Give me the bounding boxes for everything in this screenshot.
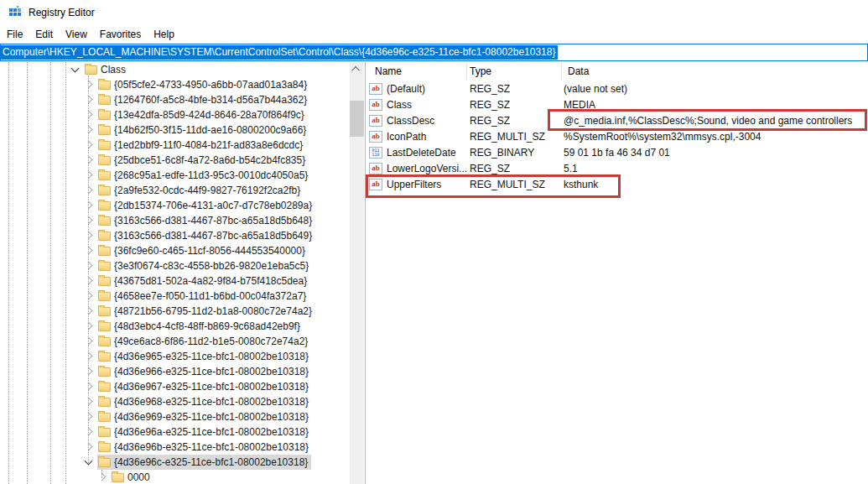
- chevron-collapsed-icon[interactable]: [98, 473, 107, 481]
- tree-item[interactable]: {4d36e966-e325-11ce-bfc1-08002be10318}: [0, 364, 365, 379]
- chevron-collapsed-icon[interactable]: [85, 398, 93, 406]
- tree-item[interactable]: {268c95a1-edfe-11d3-95c3-0010dc4050a5}: [0, 168, 365, 183]
- scrollbar-thumb[interactable]: [350, 101, 364, 137]
- tree-item[interactable]: {49ce6ac8-6f86-11d2-b1e5-0080c72e74a2}: [0, 334, 365, 349]
- value-row[interactable]: ab(Default)REG_SZ(value not set): [367, 81, 868, 96]
- menu-edit[interactable]: Edit: [35, 27, 59, 42]
- tree-item-label-group[interactable]: {4d36e966-e325-11ce-bfc1-08002be10318}: [97, 364, 312, 379]
- chevron-collapsed-icon[interactable]: [85, 292, 93, 300]
- tree-item[interactable]: {4d36e96c-e325-11ce-bfc1-08002be10318}: [0, 455, 365, 470]
- tree-item[interactable]: {3e3f0674-c83c-4558-bb26-9820e1eba5c5}: [0, 258, 365, 273]
- tree-item-label-group[interactable]: {25dbce51-6c8f-4a72-8a6d-b54c2b4fc835}: [97, 153, 309, 168]
- value-row[interactable]: 011110LastDeleteDateREG_BINARY59 01 1b f…: [367, 144, 868, 160]
- tree-scrollbar[interactable]: [350, 62, 364, 484]
- chevron-collapsed-icon[interactable]: [85, 262, 93, 270]
- chevron-collapsed-icon[interactable]: [85, 352, 93, 361]
- chevron-collapsed-icon[interactable]: [85, 428, 93, 436]
- tree-item-label-group[interactable]: {3163c566-d381-4467-87bc-a65a18d5b648}: [97, 213, 315, 228]
- chevron-collapsed-icon[interactable]: [85, 337, 93, 346]
- chevron-collapsed-icon[interactable]: [85, 383, 93, 391]
- tree-item[interactable]: {2db15374-706e-4131-a0c7-d7c78eb0289a}: [0, 198, 365, 213]
- chevron-collapsed-icon[interactable]: [85, 186, 93, 195]
- value-name-cell[interactable]: abClass: [367, 99, 467, 111]
- menu-favorites[interactable]: Favorites: [100, 27, 147, 42]
- address-bar[interactable]: Computer\HKEY_LOCAL_MACHINE\SYSTEM\Curre…: [0, 44, 868, 61]
- tree-item[interactable]: {43675d81-502a-4a82-9f84-b75f418c5dea}: [0, 273, 365, 289]
- chevron-collapsed-icon[interactable]: [85, 443, 93, 451]
- tree-item-label-group[interactable]: 0000: [111, 470, 153, 484]
- tree-item-label-group[interactable]: {2db15374-706e-4131-a0c7-d7c78eb0289a}: [97, 198, 315, 213]
- tree-item[interactable]: {48721b56-6795-11d2-b1a8-0080c72e74a2}: [0, 304, 365, 319]
- tree-item-label-group[interactable]: {4d36e969-e325-11ce-bfc1-08002be10318}: [97, 409, 312, 424]
- tree-item[interactable]: {4d36e96a-e325-11ce-bfc1-08002be10318}: [0, 424, 365, 440]
- tree-item[interactable]: {2a9fe532-0cdc-44f9-9827-76192f2ca2fb}: [0, 183, 365, 198]
- tree-item[interactable]: {4d36e968-e325-11ce-bfc1-08002be10318}: [0, 394, 365, 409]
- tree-item[interactable]: {25dbce51-6c8f-4a72-8a6d-b54c2b4fc835}: [0, 153, 365, 168]
- column-header-type[interactable]: Type: [467, 62, 562, 81]
- tree-item[interactable]: {4d36e967-e325-11ce-bfc1-08002be10318}: [0, 379, 365, 394]
- tree-item-label-group[interactable]: {48721b56-6795-11d2-b1a8-0080c72e74a2}: [97, 304, 315, 319]
- value-name-cell[interactable]: abIconPath: [367, 131, 467, 143]
- chevron-collapsed-icon[interactable]: [85, 247, 93, 255]
- tree-item[interactable]: {05f5cfe2-4733-4950-a6bb-07aad01a3a84}: [0, 77, 365, 92]
- tree-item-label-group[interactable]: {4658ee7e-f050-11d1-b6bd-00c04fa372a7}: [97, 289, 309, 304]
- value-name-cell[interactable]: ab(Default): [367, 83, 467, 95]
- chevron-collapsed-icon[interactable]: [85, 232, 93, 240]
- tree-item[interactable]: {13e42dfa-85d9-424d-8646-28a70f864f9c}: [0, 107, 365, 122]
- chevron-collapsed-icon[interactable]: [85, 81, 93, 89]
- chevron-collapsed-icon[interactable]: [85, 307, 93, 315]
- tree-item-label-group[interactable]: {268c95a1-edfe-11d3-95c3-0010dc4050a5}: [97, 168, 311, 183]
- menu-help[interactable]: Help: [153, 27, 180, 42]
- value-name-cell[interactable]: abLowerLogoVersi...: [367, 163, 467, 174]
- chevron-expanded-icon[interactable]: [85, 457, 93, 466]
- chevron-collapsed-icon[interactable]: [85, 201, 93, 210]
- tree-item[interactable]: {36fc9e60-c465-11cf-8056-444553540000}: [0, 243, 365, 258]
- tree-item[interactable]: 0000: [0, 470, 365, 484]
- column-header-data[interactable]: Data: [562, 62, 868, 81]
- chevron-expanded-icon[interactable]: [71, 65, 80, 73]
- tree-item-label-group[interactable]: {1264760f-a5c8-4bfe-b314-d56a7b44a362}: [97, 92, 310, 107]
- scrollbar-up-arrow-icon[interactable]: [350, 62, 364, 76]
- tree-item-label-group[interactable]: {49ce6ac8-6f86-11d2-b1e5-0080c72e74a2}: [97, 334, 311, 349]
- tree-item[interactable]: {4d36e96b-e325-11ce-bfc1-08002be10318}: [0, 440, 365, 455]
- column-header-name[interactable]: Name: [367, 62, 467, 81]
- tree-item[interactable]: {1264760f-a5c8-4bfe-b314-d56a7b44a362}: [0, 92, 365, 107]
- chevron-collapsed-icon[interactable]: [85, 111, 93, 119]
- chevron-collapsed-icon[interactable]: [85, 322, 93, 330]
- menu-file[interactable]: File: [7, 27, 29, 42]
- tree-item-label-group[interactable]: {4d36e968-e325-11ce-bfc1-08002be10318}: [97, 394, 312, 409]
- chevron-collapsed-icon[interactable]: [85, 367, 93, 376]
- tree-item[interactable]: {4d36e965-e325-11ce-bfc1-08002be10318}: [0, 349, 365, 364]
- tree-item-label-group[interactable]: {13e42dfa-85d9-424d-8646-28a70f864f9c}: [97, 107, 308, 122]
- chevron-collapsed-icon[interactable]: [85, 141, 93, 149]
- tree-item[interactable]: {4d36e969-e325-11ce-bfc1-08002be10318}: [0, 409, 365, 424]
- tree-item[interactable]: {3163c566-d381-4467-87bc-a65a18d5b649}: [0, 228, 365, 243]
- tree-item[interactable]: {48d3ebc4-4cf8-48ff-b869-9c68ad42eb9f}: [0, 319, 365, 334]
- chevron-collapsed-icon[interactable]: [85, 277, 93, 285]
- chevron-collapsed-icon[interactable]: [85, 96, 93, 104]
- tree-item-label-group[interactable]: {36fc9e60-c465-11cf-8056-444553540000}: [97, 243, 309, 258]
- tree-item-label-group[interactable]: {3e3f0674-c83c-4558-bb26-9820e1eba5c5}: [97, 258, 312, 273]
- chevron-collapsed-icon[interactable]: [85, 126, 93, 134]
- tree-item-label-group[interactable]: Class: [84, 62, 129, 77]
- tree-item-label-group[interactable]: {2a9fe532-0cdc-44f9-9827-76192f2ca2fb}: [97, 183, 304, 198]
- tree-item-label-group[interactable]: {1ed2bbf9-11f0-4084-b21f-ad83a8e6dcdc}: [97, 138, 306, 153]
- tree-item-label-group[interactable]: {4d36e965-e325-11ce-bfc1-08002be10318}: [97, 349, 312, 364]
- chevron-collapsed-icon[interactable]: [85, 216, 93, 225]
- tree-item[interactable]: Class: [0, 62, 365, 77]
- value-name-cell[interactable]: abClassDesc: [367, 115, 467, 127]
- tree-item-selected[interactable]: {4d36e96c-e325-11ce-bfc1-08002be10318}: [97, 455, 311, 470]
- tree-item-label-group[interactable]: {3163c566-d381-4467-87bc-a65a18d5b649}: [97, 228, 315, 243]
- tree-item-label-group[interactable]: {05f5cfe2-4733-4950-a6bb-07aad01a3a84}: [97, 77, 310, 92]
- tree-item-label-group[interactable]: {4d36e967-e325-11ce-bfc1-08002be10318}: [97, 379, 312, 394]
- tree-item-label-group[interactable]: {48d3ebc4-4cf8-48ff-b869-9c68ad42eb9f}: [97, 319, 304, 334]
- tree-item[interactable]: {14b62f50-3f15-11dd-ae16-0800200c9a66}: [0, 122, 365, 138]
- tree-item-label-group[interactable]: {14b62f50-3f15-11dd-ae16-0800200c9a66}: [97, 122, 309, 138]
- chevron-collapsed-icon[interactable]: [85, 413, 93, 421]
- chevron-collapsed-icon[interactable]: [85, 171, 93, 180]
- menu-view[interactable]: View: [65, 27, 93, 42]
- tree-item[interactable]: {3163c566-d381-4467-87bc-a65a18d5b648}: [0, 213, 365, 228]
- tree-item-label-group[interactable]: {4d36e96a-e325-11ce-bfc1-08002be10318}: [97, 424, 312, 440]
- value-name-cell[interactable]: 011110LastDeleteDate: [367, 147, 467, 159]
- tree-item-label-group[interactable]: {43675d81-502a-4a82-9f84-b75f418c5dea}: [97, 273, 310, 289]
